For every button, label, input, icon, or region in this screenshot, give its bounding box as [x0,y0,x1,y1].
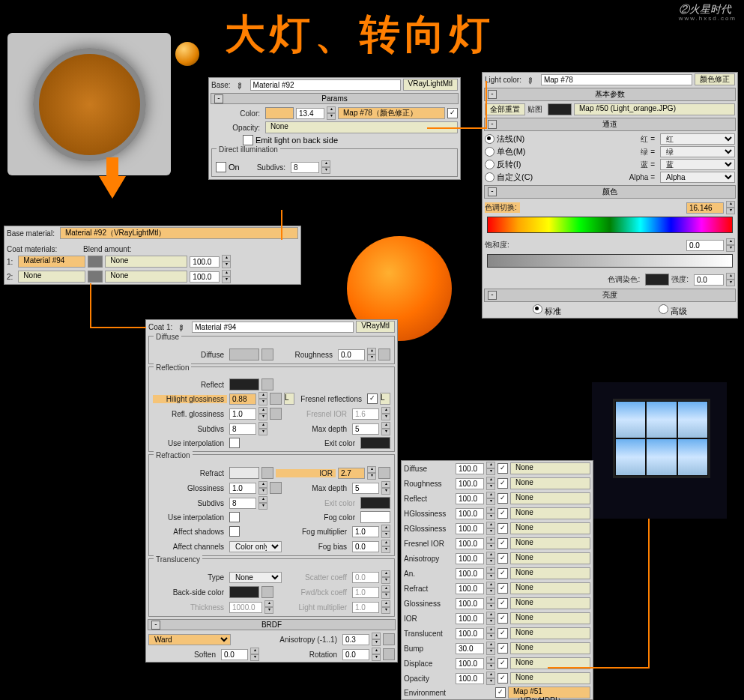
exit-swatch[interactable] [360,437,390,449]
ov-map-button[interactable]: None [510,507,590,519]
color-swatch[interactable] [265,107,294,119]
material-name-input[interactable] [250,79,401,91]
spinner[interactable]: ▴▾ [381,540,390,553]
ov-map-button[interactable]: None [510,537,590,549]
coat1-mat-button[interactable]: Material #94 [18,256,85,268]
refract-swatch[interactable] [229,467,259,479]
ov-map-button[interactable]: None [510,582,590,594]
basic-header[interactable]: -基本参数 [484,88,736,101]
spinner[interactable]: ▴▾ [486,552,495,565]
ch-header[interactable]: -通道 [484,118,736,131]
spinner[interactable]: ▴▾ [486,537,495,550]
ov-map-button[interactable]: None [510,567,590,579]
ov-checkbox[interactable]: ✓ [497,523,508,534]
collapse-icon[interactable]: - [151,621,160,630]
ov-input[interactable] [456,658,484,669]
cc-type-button[interactable]: 颜色修正 [695,73,735,85]
map-slot[interactable] [270,482,282,494]
soft-input[interactable] [221,649,248,660]
fb-input[interactable] [352,541,379,552]
spinner[interactable]: ▴▾ [321,160,330,174]
spinner[interactable]: ▴▾ [367,466,376,480]
eyedropper-icon[interactable] [235,77,249,91]
spinner[interactable]: ▴▾ [250,648,259,661]
ui-checkbox[interactable] [229,438,240,448]
spinner[interactable]: ▴▾ [258,481,267,495]
collapse-icon[interactable]: - [488,120,497,129]
lock-button[interactable]: L [380,393,390,405]
rot-input[interactable] [342,649,369,660]
an-input[interactable] [342,634,369,645]
ov-input[interactable] [456,478,484,489]
spinner[interactable]: ▴▾ [372,633,381,646]
hg-input[interactable] [229,393,256,405]
basemat-button[interactable]: Material #92（VRayLightMtl） [60,227,298,239]
spinner[interactable]: ▴▾ [486,612,495,625]
ov-input[interactable] [456,583,484,594]
ov-map-button[interactable]: None [510,612,590,624]
reset-button[interactable]: 全部重置 [485,103,525,115]
blend2-amount-input[interactable] [190,271,220,283]
spinner[interactable]: ▴▾ [222,255,231,268]
spinner[interactable]: ▴▾ [381,525,390,538]
fresnel-checkbox[interactable]: ✓ [367,393,378,404]
map-slot[interactable] [261,378,273,390]
ov-checkbox[interactable]: ✓ [497,613,508,624]
map-slot[interactable] [383,648,395,660]
coat2-mat-button[interactable]: None [18,271,85,283]
ov-map-button[interactable]: None [510,672,590,684]
spinner[interactable]: ▴▾ [486,642,495,655]
diffuse-swatch[interactable] [229,349,259,360]
spinner[interactable]: ▴▾ [486,672,495,685]
map-slot[interactable] [378,349,390,360]
radio-normal[interactable] [485,134,495,144]
ov-checkbox[interactable]: ✓ [497,538,508,549]
spinner[interactable]: ▴▾ [327,106,336,120]
fm-input[interactable] [352,526,379,537]
ov-input[interactable] [456,613,484,624]
spinner[interactable]: ▴▾ [726,273,735,286]
ov-map-button[interactable]: None [510,462,590,474]
alpha-dropdown[interactable]: Alpha [660,172,735,183]
ov-map-button[interactable]: None [510,477,590,489]
spinner[interactable]: ▴▾ [486,582,495,595]
map-slot[interactable] [261,467,273,479]
radio-adv[interactable] [659,304,668,314]
radio-mono[interactable] [485,147,495,157]
ov-checkbox[interactable]: ✓ [497,463,508,474]
on-checkbox[interactable] [216,162,226,172]
material-type-button[interactable]: VRayLightMtl [403,79,458,91]
hue-input[interactable] [686,202,724,214]
red-dropdown[interactable]: 红 [660,133,735,145]
ov-map-button[interactable]: None [510,597,590,609]
spinner[interactable]: ▴▾ [486,507,495,520]
spinner[interactable]: ▴▾ [486,492,495,505]
sat-input[interactable] [686,240,724,251]
ov-checkbox[interactable]: ✓ [497,658,508,669]
str-input[interactable] [694,274,724,286]
map-slot[interactable] [378,467,390,479]
ov-map-button[interactable]: None [510,627,590,639]
md2-input[interactable] [352,483,379,494]
spinner[interactable]: ▴▾ [367,348,376,361]
ov-checkbox[interactable]: ✓ [497,628,508,639]
spinner[interactable]: ▴▾ [486,657,495,670]
ov-checkbox[interactable]: ✓ [497,583,508,594]
color-map-button[interactable]: Map #78（颜色修正） [338,107,445,119]
rg-input[interactable] [229,408,256,420]
ov-map-button[interactable]: None [510,642,590,654]
tex-swatch[interactable] [548,103,572,115]
ov-input[interactable] [456,553,484,564]
lock-button[interactable]: L [284,393,294,405]
color-header[interactable]: -颜色 [484,185,736,199]
ov-input[interactable] [456,643,484,654]
spinner[interactable]: ▴▾ [486,477,495,490]
blend2-map-button[interactable]: None [105,271,187,283]
sub-input[interactable] [229,423,256,435]
spinner[interactable]: ▴▾ [372,648,381,661]
roughness-input[interactable] [338,349,365,360]
ior-input[interactable] [338,468,365,479]
subdivs-input[interactable] [291,162,319,173]
env-checkbox[interactable]: ✓ [495,687,506,698]
sat-slider[interactable] [487,254,733,268]
